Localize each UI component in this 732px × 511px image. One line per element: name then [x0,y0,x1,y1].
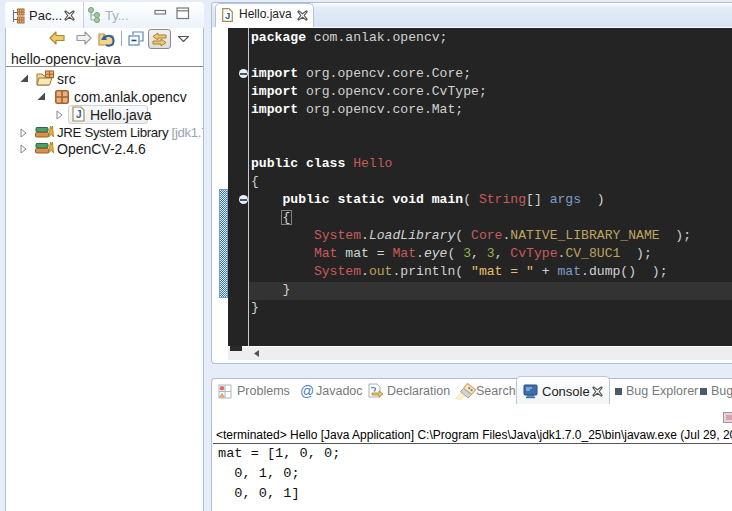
svg-text:J: J [76,109,82,120]
svg-text:J: J [225,10,230,21]
